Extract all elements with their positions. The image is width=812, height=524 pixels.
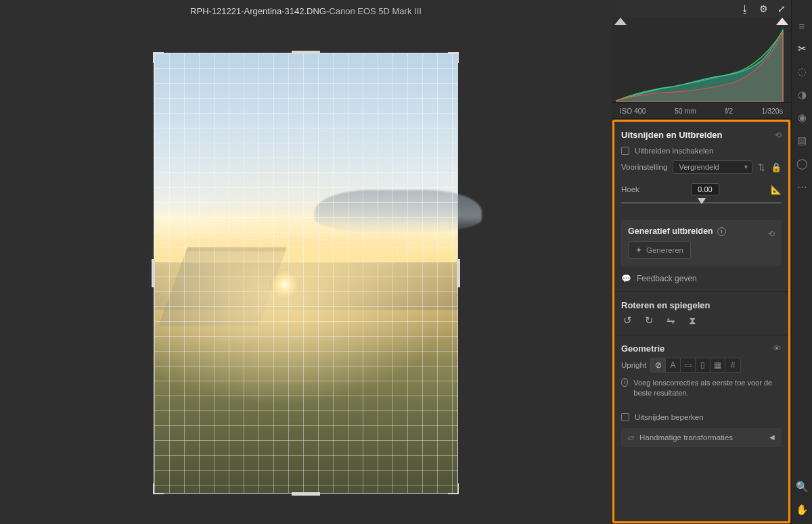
generative-extend-block: Generatief uitbreiden i ⟲ ✦ Genereren	[621, 220, 782, 266]
upright-full-icon[interactable]: ▦	[710, 358, 725, 372]
sparkle-icon: ✦	[635, 245, 642, 255]
flip-horizontal-icon[interactable]: ⇋	[664, 314, 677, 327]
haze-glow	[154, 252, 457, 406]
aspect-preset-select[interactable]: Vergrendeld	[673, 160, 752, 174]
crop-panel-header: Uitsnijden en Uitbreiden ⟲	[621, 130, 782, 140]
lens-hint-text: Voeg lenscorrecties als eerste toe voor …	[633, 378, 782, 398]
chevron-left-icon: ◀	[769, 433, 775, 441]
iso-label: ISO 400	[620, 107, 646, 115]
crop-panel-title: Uitsnijden en Uitbreiden	[621, 130, 723, 140]
export-icon[interactable]: ⭳	[740, 3, 750, 14]
preset-row: Voorinstelling Vergrendeld ⇅ 🔒	[621, 160, 782, 174]
constrain-row[interactable]: Uitsnijden beperken	[621, 413, 782, 421]
eye-icon[interactable]: 👁	[773, 343, 782, 354]
constrain-checkbox[interactable]	[621, 413, 629, 421]
upright-level-icon[interactable]: ▭	[681, 358, 696, 372]
shadow-clip-indicator[interactable]	[614, 18, 627, 25]
info-icon[interactable]: i	[717, 227, 726, 236]
crop-handle-right[interactable]	[457, 259, 460, 287]
versions-icon[interactable]: ◯	[796, 158, 808, 170]
heal-tool-icon[interactable]: ◌	[798, 66, 807, 78]
lock-icon[interactable]: 🔒	[771, 162, 782, 172]
sun-glow	[269, 269, 300, 300]
upright-auto-icon[interactable]: A	[666, 358, 681, 372]
lens-hint: i Voeg lenscorrecties als eerste toe voo…	[621, 378, 782, 398]
extend-checkbox[interactable]	[621, 147, 629, 155]
generative-heading: Generatief uitbreiden i	[628, 227, 726, 236]
manual-transform-label: Handmatige transformaties	[639, 433, 733, 442]
feedback-link[interactable]: 💬 Feedback geven	[621, 274, 782, 283]
crop-corner-br[interactable]	[448, 483, 459, 494]
file-name: RPH-121221-Argentina-3142.DNG	[190, 6, 326, 16]
upright-label: Upright	[621, 361, 646, 369]
crop-handle-left[interactable]	[152, 259, 155, 287]
rotate-cw-icon[interactable]: ↻	[643, 314, 655, 327]
generate-button[interactable]: ✦ Genereren	[628, 241, 691, 259]
geometry-heading: Geometrie	[621, 343, 664, 354]
camera-model: Canon EOS 5D Mark III	[329, 6, 422, 16]
swap-orientation-icon[interactable]: ⇅	[758, 162, 765, 172]
canvas-area[interactable]	[0, 22, 612, 524]
manual-transform-toggle[interactable]: ▱ Handmatige transformaties ◀	[621, 428, 782, 447]
shutter-label: 1/320s	[761, 107, 783, 115]
upright-guided-icon[interactable]: #	[725, 358, 740, 372]
crop-handle-top[interactable]	[292, 51, 320, 54]
feedback-label: Feedback geven	[637, 274, 697, 283]
flip-vertical-icon[interactable]: ⧗	[686, 314, 698, 327]
crop-panels-group: Uitsnijden en Uitbreiden ⟲ Uitbreiden in…	[612, 120, 790, 523]
highlight-clip-indicator[interactable]	[776, 18, 788, 25]
info-icon: i	[621, 378, 628, 387]
exposure-meta: ISO 400 50 mm f/2 1/320s	[612, 103, 791, 119]
zoom-tool-icon[interactable]: 🔍	[796, 481, 809, 493]
crop-reset-icon[interactable]: ⟲	[775, 130, 782, 140]
rotate-heading: Roteren en spiegelen	[621, 300, 782, 310]
angle-input[interactable]	[691, 183, 719, 195]
rotate-ccw-icon[interactable]: ↺	[621, 314, 633, 327]
crop-tool-icon[interactable]: ✂	[798, 43, 807, 55]
histogram[interactable]	[612, 18, 791, 103]
speech-bubble-icon: 💬	[621, 274, 631, 283]
preset-label: Voorinstelling	[621, 163, 667, 171]
panel-window-controls: ⭳ ⚙ ⤢	[612, 0, 791, 18]
toolstrip: ≡ ✂ ◌ ◑ ◉ ▤ ◯ ⋯ 🔍 ✋	[792, 0, 812, 524]
sliders-icon[interactable]: ≡	[799, 20, 805, 32]
upright-vertical-icon[interactable]: ▯	[696, 358, 710, 372]
title-bar: RPH-121221-Argentina-3142.DNG - Canon EO…	[0, 0, 612, 22]
right-sidebar: ⭳ ⚙ ⤢ ISO 400 50 mm f/2 1/320s	[612, 0, 812, 524]
crop-corner-tr[interactable]	[448, 52, 459, 63]
extend-checkbox-row[interactable]: Uitbreiden inschakelen	[621, 147, 782, 155]
cloud-shape	[315, 190, 481, 234]
generative-reset-icon[interactable]: ⟲	[768, 229, 775, 239]
panel-column: ⭳ ⚙ ⤢ ISO 400 50 mm f/2 1/320s	[612, 0, 792, 524]
crop-frame[interactable]	[154, 53, 458, 494]
angle-row: Hoek 📐	[621, 183, 782, 195]
upright-off-icon[interactable]: ⊘	[651, 358, 666, 372]
upright-row: Upright ⊘ A ▭ ▯ ▦ #	[621, 358, 782, 373]
straighten-icon[interactable]: 📐	[771, 185, 782, 195]
expand-icon[interactable]: ⤢	[777, 3, 786, 14]
mask-tool-icon[interactable]: ◑	[798, 89, 807, 101]
histogram-plot	[616, 27, 787, 102]
gear-icon[interactable]: ⚙	[759, 3, 768, 14]
crop-corner-tl[interactable]	[153, 52, 164, 63]
constrain-label: Uitsnijden beperken	[635, 413, 704, 421]
focal-label: 50 mm	[675, 107, 696, 115]
angle-slider-knob[interactable]	[698, 198, 706, 204]
crop-corner-bl[interactable]	[153, 483, 164, 494]
hand-tool-icon[interactable]: ✋	[796, 504, 809, 516]
extend-label: Uitbreiden inschakelen	[635, 147, 713, 155]
angle-slider[interactable]	[621, 198, 782, 208]
generate-label: Genereren	[646, 246, 683, 254]
rotate-flip-buttons: ↺ ↻ ⇋ ⧗	[621, 314, 782, 327]
angle-label: Hoek	[621, 185, 639, 193]
presets-icon[interactable]: ▤	[797, 135, 807, 147]
crop-handle-bottom[interactable]	[292, 492, 320, 496]
more-icon[interactable]: ⋯	[797, 181, 807, 193]
upright-mode-buttons: ⊘ A ▭ ▯ ▦ #	[650, 358, 741, 373]
aperture-label: f/2	[725, 107, 733, 115]
redeye-tool-icon[interactable]: ◉	[798, 112, 807, 124]
transform-icon: ▱	[628, 433, 634, 442]
